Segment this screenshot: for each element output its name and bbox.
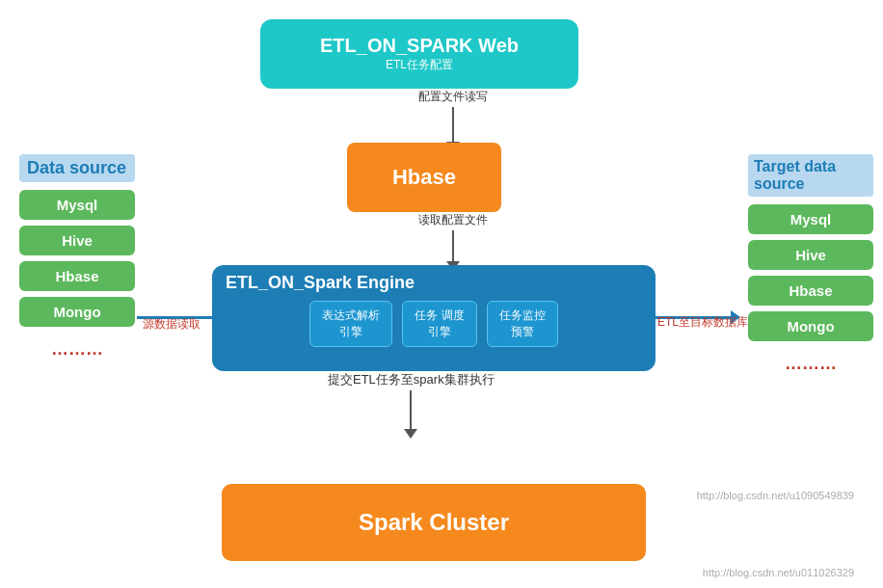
arrow-line-2: [452, 230, 454, 261]
etl-web-subtitle: ETL任务配置: [386, 57, 453, 73]
ds-dots: ………: [19, 333, 135, 366]
arrow-head-3: [404, 429, 417, 439]
data-source-items: Mysql Hive Hbase Mongo ………: [19, 190, 135, 366]
arrow-line-3: [410, 390, 412, 429]
ts-hive: Hive: [748, 240, 873, 270]
submit-etl-label: 提交ETL任务至spark集群执行: [328, 371, 495, 388]
engine-sub-1: 表达式解析 引擎: [309, 301, 392, 347]
target-source-items: Mysql Hive Hbase Mongo ………: [748, 204, 873, 381]
h-arrow-head-left: [212, 310, 222, 324]
watermark-1: http://blog.csdn.net/u1090549839: [697, 490, 854, 501]
data-source-col: Data source Mysql Hive Hbase Mongo ………: [19, 154, 135, 366]
ts-hbase: Hbase: [748, 276, 873, 306]
engine-sub-3: 任务监控 预警: [487, 301, 558, 347]
ds-hive: Hive: [19, 226, 135, 255]
ts-mongo: Mongo: [748, 311, 873, 341]
ts-mysql: Mysql: [748, 204, 873, 234]
config-rw-label: 配置文件读写: [418, 89, 488, 105]
etl-web-title: ETL_ON_SPARK Web: [320, 35, 519, 57]
hbase-center-label: Hbase: [392, 165, 456, 190]
ds-mongo: Mongo: [19, 297, 135, 327]
engine-title: ETL_ON_Spark Engine: [226, 273, 642, 293]
source-read-label: 源数据读取: [143, 316, 201, 333]
spark-cluster-box: Spark Cluster: [222, 484, 646, 561]
hbase-center-box: Hbase: [347, 143, 501, 212]
engine-sub-2: 任务 调度 引擎: [402, 301, 476, 347]
arrow-hbase-to-engine: 读取配置文件: [418, 212, 488, 271]
spark-cluster-label: Spark Cluster: [359, 509, 509, 536]
read-config-label: 读取配置文件: [418, 212, 488, 228]
etl-web-box: ETL_ON_SPARK Web ETL任务配置: [260, 19, 578, 89]
watermark-2: http://blog.csdn.net/u011026329: [703, 567, 854, 578]
ts-dots: ………: [748, 347, 873, 381]
data-source-header: Data source: [19, 154, 135, 182]
ds-mysql: Mysql: [19, 190, 135, 220]
ds-hbase: Hbase: [19, 261, 135, 291]
target-source-header: Target data source: [748, 154, 873, 197]
arrow-line-1: [452, 107, 454, 142]
engine-sub-boxes: 表达式解析 引擎 任务 调度 引擎 任务监控 预警: [226, 301, 642, 347]
target-source-col: Target data source Mysql Hive Hbase Mong…: [748, 154, 873, 381]
arrow-engine-to-cluster: 提交ETL任务至spark集群执行: [328, 371, 495, 439]
diagram-container: ETL_ON_SPARK Web ETL任务配置 配置文件读写 Hbase 读取…: [0, 0, 883, 588]
etl-target-label: ETL至目标数据库: [657, 314, 748, 331]
spark-engine-box: ETL_ON_Spark Engine 表达式解析 引擎 任务 调度 引擎 任务…: [212, 265, 656, 371]
